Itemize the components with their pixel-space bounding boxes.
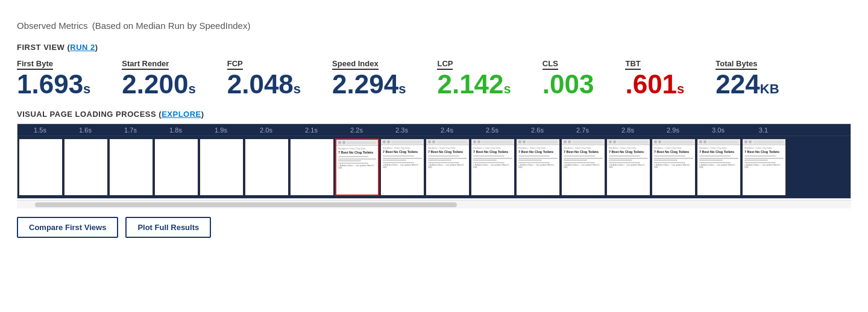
first-view-label: FIRST VIEW (RUN 2) xyxy=(17,43,851,52)
timeline-tick-10: 2.5s xyxy=(470,126,515,134)
timeline-tick-6: 2.1s xyxy=(289,126,334,134)
metric-start-render: Start Render2.200s xyxy=(122,58,195,98)
metric-value-fcp: 2.048s xyxy=(227,71,301,98)
metric-value-lcp: 2.142s xyxy=(437,71,511,98)
timeline-tick-5: 2.0s xyxy=(244,126,289,134)
compare-first-views-button[interactable]: Compare First Views xyxy=(17,217,118,238)
filmstrip-frame-13[interactable]: Blog Advice > Toilets | Clog Toilets7 Be… xyxy=(606,139,650,196)
filmstrip-frame-6[interactable] xyxy=(290,139,334,196)
timeline-tick-9: 2.4s xyxy=(424,126,470,134)
run-link[interactable]: RUN 2 xyxy=(70,43,95,52)
metric-tbt: TBT.601s xyxy=(625,58,684,98)
timeline-tick-15: 3.0s xyxy=(696,126,741,134)
metric-label-start-render: Start Render xyxy=(122,59,169,70)
page-subtitle: (Based on Median Run by SpeedIndex) xyxy=(92,20,251,31)
filmstrip-frame-1[interactable] xyxy=(64,139,108,196)
timeline-tick-12: 2.7s xyxy=(560,126,605,134)
filmstrip-frame-2[interactable] xyxy=(109,139,153,196)
timeline-tick-2: 1.7s xyxy=(108,126,153,134)
timeline-tick-0: 1.5s xyxy=(17,126,63,134)
metric-cls: CLS.003 xyxy=(542,58,594,98)
timeline-tick-11: 2.6s xyxy=(515,126,560,134)
scrollbar-track xyxy=(35,202,457,207)
timeline-header: 1.5s1.6s1.7s1.8s1.9s2.0s2.1s2.2s2.3s2.4s… xyxy=(17,124,851,136)
plot-full-results-button[interactable]: Plot Full Results xyxy=(125,217,211,238)
timeline-tick-7: 2.2s xyxy=(334,126,379,134)
explore-link[interactable]: EXPLORE xyxy=(162,110,201,119)
metric-label-cls: CLS xyxy=(542,59,558,70)
filmstrip-container: 1.5s1.6s1.7s1.8s1.9s2.0s2.1s2.2s2.3s2.4s… xyxy=(17,123,851,199)
filmstrip-frames[interactable]: Blog Advice > Toilets | Clog Toilets7 Be… xyxy=(17,136,851,198)
timeline-tick-8: 2.3s xyxy=(379,126,424,134)
metric-label-fcp: FCP xyxy=(227,59,243,70)
timeline-tick-3: 1.8s xyxy=(153,126,198,134)
filmstrip-frame-5[interactable] xyxy=(245,139,289,196)
metrics-row: First Byte1.693sStart Render2.200sFCP2.0… xyxy=(17,58,851,98)
filmstrip-frame-12[interactable]: Blog Advice > Toilets | Clog Toilets7 Be… xyxy=(561,139,605,196)
timeline-tick-16: 3.1 xyxy=(741,126,786,134)
filmstrip-frame-16[interactable]: Blog Advice > Toilets | Clog Toilets7 Be… xyxy=(742,139,786,196)
timeline-tick-4: 1.9s xyxy=(198,126,244,134)
metric-value-start-render: 2.200s xyxy=(122,71,195,98)
scrollbar-area[interactable] xyxy=(17,200,851,208)
filmstrip-frame-15[interactable]: Blog Advice > Toilets | Clog Toilets7 Be… xyxy=(697,139,741,196)
page-title: Observed Metrics (Based on Median Run by… xyxy=(17,14,851,33)
filmstrip-frame-10[interactable]: Blog Advice > Toilets | Clog Toilets7 Be… xyxy=(471,139,515,196)
metric-total-bytes: Total Bytes224KB xyxy=(715,58,779,98)
metric-value-total-bytes: 224KB xyxy=(715,71,779,98)
metric-lcp: LCP2.142s xyxy=(437,58,511,98)
metric-speed-index: Speed Index2.294s xyxy=(332,58,406,98)
metric-first-byte: First Byte1.693s xyxy=(17,58,90,98)
metric-value-tbt: .601s xyxy=(625,71,684,98)
metric-value-speed-index: 2.294s xyxy=(332,71,406,98)
timeline-tick-14: 2.9s xyxy=(650,126,696,134)
timeline-tick-13: 2.8s xyxy=(605,126,650,134)
metric-label-first-byte: First Byte xyxy=(17,59,53,70)
filmstrip-frame-3[interactable] xyxy=(154,139,198,196)
filmstrip-frame-11[interactable]: Blog Advice > Toilets | Clog Toilets7 Be… xyxy=(516,139,560,196)
metric-label-tbt: TBT xyxy=(625,59,640,70)
metric-value-cls: .003 xyxy=(542,71,594,98)
filmstrip-section-label: VISUAL PAGE LOADING PROCESS (EXPLORE) xyxy=(17,110,851,119)
timeline-tick-1: 1.6s xyxy=(63,126,108,134)
metric-value-first-byte: 1.693s xyxy=(17,71,90,98)
filmstrip-frame-0[interactable] xyxy=(19,139,63,196)
bottom-buttons: Compare First ViewsPlot Full Results xyxy=(17,217,851,238)
filmstrip-frame-14[interactable]: Blog Advice > Toilets | Clog Toilets7 Be… xyxy=(652,139,696,196)
metric-label-speed-index: Speed Index xyxy=(332,59,379,70)
filmstrip-frame-9[interactable]: Blog Advice > Toilets | Clog Toilets7 Be… xyxy=(426,139,470,196)
metric-label-total-bytes: Total Bytes xyxy=(715,59,757,70)
filmstrip-frame-8[interactable]: Blog Advice > Toilets | Clog Toilets7 Be… xyxy=(380,139,424,196)
metric-label-lcp: LCP xyxy=(437,59,453,70)
metric-fcp: FCP2.048s xyxy=(227,58,301,98)
filmstrip-frame-7[interactable]: Blog Advice > Toilets | Clog Toilets7 Be… xyxy=(335,139,379,196)
filmstrip-frame-4[interactable] xyxy=(200,139,244,196)
